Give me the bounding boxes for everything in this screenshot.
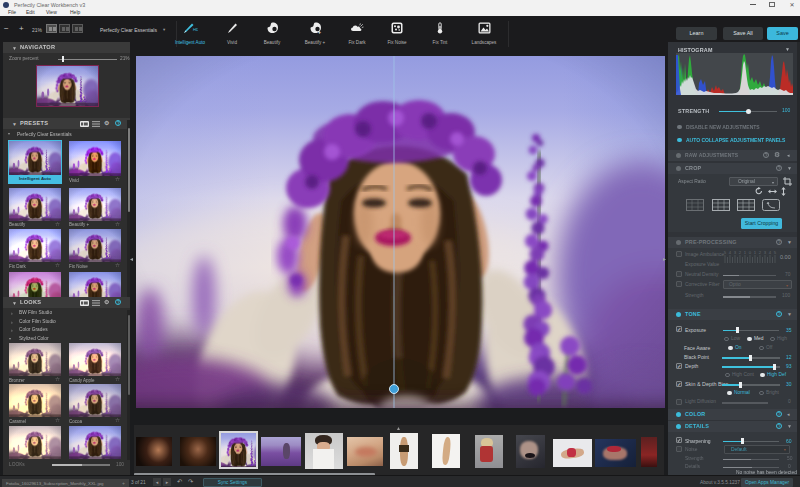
svg-text:4: 4 — [769, 250, 772, 255]
svg-text:2: 2 — [739, 250, 742, 255]
svg-text:4: 4 — [729, 250, 732, 255]
svg-text:1: 1 — [744, 250, 747, 255]
svg-text:5: 5 — [724, 250, 727, 255]
svg-text:3: 3 — [764, 250, 767, 255]
svg-text:1: 1 — [754, 250, 757, 255]
svg-text:HD: HD — [193, 27, 198, 32]
svg-text:3: 3 — [734, 250, 737, 255]
svg-text:5: 5 — [774, 250, 777, 255]
svg-text:+: + — [318, 29, 321, 34]
svg-text:0: 0 — [749, 250, 752, 255]
svg-text:2: 2 — [759, 250, 762, 255]
